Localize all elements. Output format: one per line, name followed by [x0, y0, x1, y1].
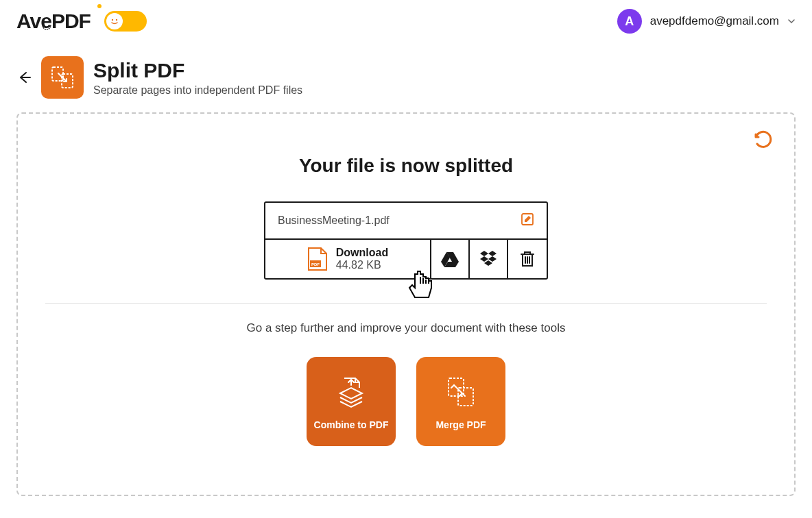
download-text: Download 44.82 KB: [336, 247, 388, 271]
title-block: Split PDF Separate pages into independen…: [93, 58, 302, 97]
merge-pdf-icon: [442, 373, 480, 411]
page-section: Split PDF Separate pages into independen…: [0, 42, 812, 496]
logo[interactable]: AvePDF: [16, 10, 91, 33]
chevron-down-icon: [787, 17, 796, 25]
theme-toggle-wrapper: [104, 11, 147, 32]
download-label: Download: [336, 247, 388, 259]
toggle-indicator-dot: [97, 4, 102, 8]
edit-icon: [521, 212, 534, 226]
file-size: 44.82 KB: [336, 259, 388, 271]
split-pdf-icon: [48, 63, 77, 92]
download-button[interactable]: PDF Download 44.82 KB: [265, 240, 431, 278]
content-panel: Your file is now splitted BusinessMeetin…: [16, 112, 796, 496]
page-title: Split PDF: [93, 58, 302, 83]
page-subtitle: Separate pages into independent PDF file…: [93, 84, 302, 97]
tool-card-label: Combine to PDF: [314, 419, 389, 430]
rename-button[interactable]: [521, 212, 534, 229]
logo-text2: PDF: [51, 10, 91, 33]
result-heading: Your file is now splitted: [45, 155, 767, 177]
arrow-left-icon: [16, 70, 32, 85]
tool-cards: Combine to PDF Merge PDF: [45, 357, 767, 446]
reset-button[interactable]: [754, 130, 774, 152]
save-google-drive-button[interactable]: [431, 240, 470, 278]
user-email: avepdfdemo@gmail.com: [650, 14, 779, 28]
further-text: Go a step further and improve your docum…: [45, 321, 767, 335]
back-button[interactable]: [16, 70, 32, 85]
pdf-file-icon: PDF: [307, 247, 328, 271]
logo-text: Av: [16, 10, 40, 33]
avatar: A: [617, 9, 642, 34]
toggle-knob: [106, 13, 123, 29]
google-drive-icon: [441, 251, 459, 267]
dropbox-icon: [479, 251, 497, 267]
theme-toggle[interactable]: [104, 11, 147, 32]
face-icon: [109, 16, 120, 27]
svg-point-1: [116, 19, 117, 21]
file-result-box: BusinessMeeting-1.pdf PDF: [264, 201, 548, 280]
divider: [45, 303, 767, 304]
user-menu[interactable]: A avepdfdemo@gmail.com: [617, 9, 796, 34]
header-left: AvePDF: [16, 10, 147, 33]
logo-e: e: [40, 10, 51, 33]
tool-icon: [41, 56, 84, 99]
file-name: BusinessMeeting-1.pdf: [278, 214, 390, 227]
file-name-row: BusinessMeeting-1.pdf: [265, 203, 547, 240]
cursor-hand-icon: [405, 269, 435, 304]
undo-icon: [754, 130, 774, 149]
svg-text:PDF: PDF: [311, 262, 320, 267]
delete-button[interactable]: [508, 240, 547, 278]
trash-icon: [520, 251, 535, 267]
combine-pdf-icon: [332, 373, 370, 411]
svg-rect-2: [52, 67, 63, 81]
tool-card-label: Merge PDF: [435, 419, 486, 430]
title-row: Split PDF Separate pages into independen…: [16, 56, 796, 99]
svg-point-0: [112, 19, 113, 21]
header: AvePDF A avepdfdemo@gmail.com: [0, 0, 812, 42]
tool-card-combine[interactable]: Combine to PDF: [307, 357, 396, 446]
tool-card-merge[interactable]: Merge PDF: [416, 357, 505, 446]
file-actions-row: PDF Download 44.82 KB: [265, 240, 547, 278]
save-dropbox-button[interactable]: [470, 240, 508, 278]
